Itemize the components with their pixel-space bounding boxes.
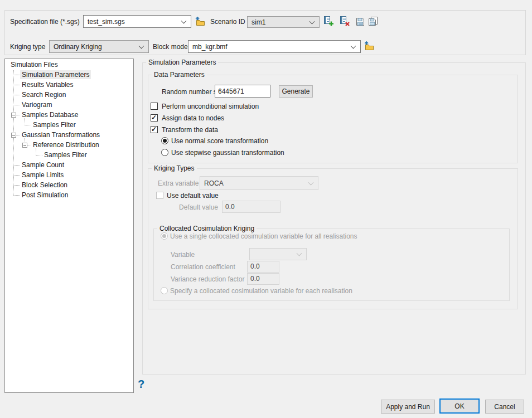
single-collocated-radio: [161, 232, 168, 240]
tree-item-sample-count[interactable]: Sample Count: [20, 161, 66, 169]
tree-connector: [36, 155, 42, 155]
extra-variable-value: ROCA: [204, 179, 224, 187]
tree-item-simulation-files[interactable]: Simulation Files: [9, 60, 60, 69]
perform-unconditional-checkbox[interactable]: [151, 103, 158, 110]
kriging-type-value: Ordinary Kriging: [54, 43, 102, 51]
perform-unconditional-label: Perform unconditional simulation: [162, 103, 259, 110]
extra-variable-label: Extra variable: [158, 179, 199, 187]
tree-panel: Simulation FilesSimulation ParametersRes…: [4, 59, 134, 393]
variable-combo: [249, 248, 307, 260]
tree-item-gaussian-transformations[interactable]: Gaussian Transformations: [20, 130, 101, 139]
assign-data-checkbox[interactable]: [151, 114, 158, 121]
tree-item-post-simulation[interactable]: Post Simulation: [20, 191, 70, 200]
open-folder-icon[interactable]: [363, 41, 374, 52]
chevron-down-icon[interactable]: [351, 43, 356, 48]
tree-connector: [13, 175, 20, 176]
block-model-combo[interactable]: mb_kgr.bmf: [188, 40, 361, 53]
assign-data-label: Assign data to nodes: [162, 114, 224, 122]
stepwise-gaussian-radio[interactable]: [161, 149, 168, 156]
default-value-input: 0.0: [222, 201, 280, 213]
collocated-cosimulation-title: Collocated Cosimulation Kriging: [157, 225, 257, 232]
tree-item-samples-filter[interactable]: Samples Filter: [31, 120, 78, 129]
simulation-parameters-title: Simulation Parameters: [146, 59, 218, 66]
tree-expander-icon[interactable]: [11, 113, 16, 118]
tree-item-results-variables[interactable]: Results Variables: [20, 80, 75, 89]
kriging-type-combo[interactable]: Ordinary Kriging: [49, 40, 149, 53]
dialog: Specification file (*.sgs) test_sim.sgs …: [0, 0, 532, 418]
tree-item-block-selection[interactable]: Block Selection: [20, 181, 69, 189]
tree-connector: [13, 165, 20, 166]
ok-button[interactable]: OK: [439, 398, 480, 414]
normal-score-radio[interactable]: [161, 137, 168, 144]
apply-and-run-button[interactable]: Apply and Run: [381, 400, 435, 414]
delete-scenario-icon[interactable]: [340, 16, 350, 28]
tree-item-sample-limits[interactable]: Sample Limits: [20, 171, 65, 179]
tree-item-simulation-parameters[interactable]: Simulation Parameters: [20, 70, 91, 79]
stepwise-gaussian-label: Use stepwise gaussian transformation: [171, 149, 284, 157]
data-parameters-title: Data Parameters: [152, 71, 207, 79]
generate-button[interactable]: Generate: [279, 85, 313, 98]
tree-connector: [13, 85, 20, 85]
tree-item-samples-database[interactable]: Samples Database: [20, 110, 80, 119]
tree-expander-icon[interactable]: [22, 143, 27, 148]
variable-label: Variable: [171, 251, 195, 259]
specify-each-realisation-radio: [161, 287, 168, 294]
random-seed-input[interactable]: [215, 85, 270, 98]
block-model-label: Block model: [153, 43, 189, 51]
tree-connector: [13, 195, 20, 196]
help-button[interactable]: ?: [138, 378, 144, 391]
chevron-down-icon: [308, 179, 314, 185]
default-value-label: Default value: [179, 203, 218, 211]
use-default-value-checkbox[interactable]: [156, 192, 163, 199]
tree-item-samples-filter[interactable]: Samples Filter: [42, 150, 89, 159]
scenario-id-value: sim1: [252, 18, 265, 26]
single-collocated-label: Use a single collocated cosimulation var…: [170, 232, 357, 240]
spec-file-label: Specification file (*.sgs): [10, 18, 80, 26]
normal-score-label: Use normal score transformation: [171, 137, 268, 145]
correlation-coefficient-input: 0.0: [247, 261, 279, 273]
correlation-coefficient-label: Correlation coefficient: [171, 263, 235, 271]
transform-data-label: Transform the data: [162, 126, 218, 134]
tree-connector: [13, 105, 20, 105]
tree-expander-icon[interactable]: [11, 133, 16, 138]
chevron-down-icon: [297, 251, 302, 256]
cancel-button[interactable]: Cancel: [485, 400, 524, 414]
new-scenario-icon[interactable]: [324, 16, 334, 28]
variance-reduction-input: 0.0: [247, 273, 279, 285]
spec-file-value: test_sim.sgs: [88, 18, 125, 26]
transform-data-checkbox[interactable]: [151, 126, 158, 133]
save-scenario-icon[interactable]: [356, 17, 365, 28]
kriging-type-label: Kriging type: [10, 43, 45, 51]
block-model-value: mb_kgr.bmf: [192, 43, 228, 51]
chevron-down-icon[interactable]: [309, 18, 315, 24]
spec-file-combo[interactable]: test_sim.sgs: [83, 15, 191, 28]
use-default-value-label: Use default value: [167, 192, 219, 200]
tree-connector: [13, 95, 20, 95]
tree-connector: [13, 185, 20, 186]
tree-item-reference-distribution[interactable]: Reference Distribution: [31, 140, 101, 149]
open-folder-icon[interactable]: [194, 16, 205, 28]
scenario-id-label: Scenario ID: [210, 18, 245, 26]
tree-connector: [25, 125, 31, 125]
chevron-down-icon[interactable]: [139, 43, 144, 48]
tree-item-search-region[interactable]: Search Region: [20, 90, 67, 99]
tree-connector: [13, 75, 20, 75]
save-scenario-as-icon[interactable]: [368, 17, 378, 28]
scenario-id-combo[interactable]: sim1: [247, 16, 320, 28]
tree-item-variogram[interactable]: Variogram: [20, 100, 54, 109]
extra-variable-combo: ROCA: [200, 176, 318, 190]
chevron-down-icon[interactable]: [181, 18, 187, 23]
variance-reduction-label: Variance reduction factor: [171, 275, 245, 283]
specify-each-realisation-label: Specify a collocated cosimulation variab…: [170, 287, 352, 295]
kriging-types-title: Kriging Types: [152, 164, 197, 172]
